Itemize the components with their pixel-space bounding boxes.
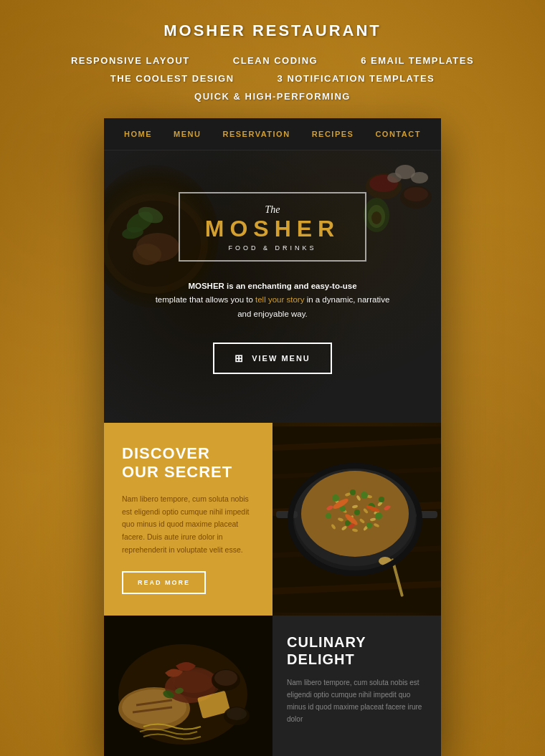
svg-point-46	[332, 494, 339, 502]
hero-desc-highlight: tell your story	[255, 295, 304, 304]
hero-description: MOSHER is an enchanting and easy-to-use …	[151, 279, 394, 322]
svg-point-76	[214, 670, 237, 686]
culinary-section: CULINARY DELIGHT Nam libero tempore, cum…	[272, 616, 441, 756]
feature-responsive: RESPONSIVE LAYOUT	[49, 53, 212, 68]
svg-point-53	[354, 509, 360, 515]
paella-illustration	[272, 426, 441, 613]
logo-the: The	[205, 204, 340, 216]
nav-menu[interactable]: MENU	[174, 130, 201, 138]
discover-content: DISCOVER OUR SECRET Nam libero tempore, …	[122, 444, 255, 571]
svg-point-10	[404, 187, 428, 201]
svg-point-47	[350, 489, 356, 495]
food-decoration-right	[355, 158, 441, 265]
svg-point-16	[371, 211, 382, 224]
view-menu-label: VIEW MENU	[252, 354, 311, 363]
page-wrapper: MOSHER RESTAURANT RESPONSIVE LAYOUT CLEA…	[0, 0, 545, 756]
nav-bar: HOME MENU RESERVATION RECIPES CONTACT	[104, 118, 441, 150]
logo-subtitle: FOOD & DRINKS	[205, 244, 340, 252]
svg-point-52	[326, 513, 331, 519]
feature-quick: QUICK & HIGH-PERFORMING	[173, 89, 372, 104]
bottom-row: CULINARY DELIGHT Nam libero tempore, cum…	[104, 616, 441, 756]
features-grid: RESPONSIVE LAYOUT CLEAN CODING 6 EMAIL T…	[14, 53, 531, 104]
food-image-right	[272, 423, 441, 616]
svg-point-78	[227, 707, 247, 720]
svg-point-49	[379, 497, 384, 502]
logo-name: MOSHER	[205, 217, 340, 240]
nav-reservation[interactable]: RESERVATION	[223, 130, 290, 138]
discover-heading: DISCOVER OUR SECRET	[122, 444, 255, 482]
svg-point-56	[366, 522, 372, 528]
svg-point-12	[411, 172, 428, 183]
food-image-left	[104, 616, 272, 756]
logo-box: The MOSHER FOOD & DRINKS	[179, 192, 366, 262]
feature-coolest: THE COOLEST DESIGN	[89, 71, 256, 86]
features-row-3: QUICK & HIGH-PERFORMING	[14, 89, 531, 104]
hero-desc-bold: MOSHER is an enchanting and easy-to-use	[188, 282, 356, 290]
svg-point-48	[361, 492, 368, 499]
view-menu-button[interactable]: ⊞ VIEW MENU	[213, 343, 332, 374]
nav-contact[interactable]: CONTACT	[375, 130, 420, 138]
menu-icon: ⊞	[234, 353, 245, 364]
feature-notification: 3 NOTIFICATION TEMPLATES	[256, 71, 457, 86]
discover-text: Nam libero tempore, cum soluta nobis est…	[122, 493, 255, 557]
site-header: MOSHER RESTAURANT RESPONSIVE LAYOUT CLEA…	[14, 21, 531, 104]
culinary-heading: CULINARY DELIGHT	[287, 633, 427, 668]
svg-point-6	[133, 244, 161, 265]
feature-email: 6 EMAIL TEMPLATES	[339, 53, 496, 68]
svg-point-54	[375, 512, 382, 520]
content-row: DISCOVER OUR SECRET Nam libero tempore, …	[104, 423, 441, 616]
preview-card: HOME MENU RESERVATION RECIPES CONTACT	[104, 118, 441, 756]
hero-desc-middle: template that allows you to	[156, 295, 253, 304]
svg-point-13	[387, 173, 402, 183]
feature-clean: CLEAN CODING	[212, 53, 339, 68]
culinary-text: Nam libero tempore, cum soluta nobis est…	[287, 676, 427, 725]
svg-rect-25	[276, 511, 298, 518]
features-row-2: THE COOLEST DESIGN 3 NOTIFICATION TEMPLA…	[14, 71, 531, 86]
nav-recipes[interactable]: RECIPES	[312, 130, 354, 138]
discover-section: DISCOVER OUR SECRET Nam libero tempore, …	[104, 423, 272, 616]
hero-section: The MOSHER FOOD & DRINKS MOSHER is an en…	[104, 150, 441, 423]
read-more-button[interactable]: READ MORE	[122, 571, 206, 594]
site-title: MOSHER RESTAURANT	[14, 21, 531, 40]
charcuterie-illustration	[104, 616, 272, 756]
nav-home[interactable]: HOME	[124, 130, 152, 138]
features-row-1: RESPONSIVE LAYOUT CLEAN CODING 6 EMAIL T…	[14, 53, 531, 68]
